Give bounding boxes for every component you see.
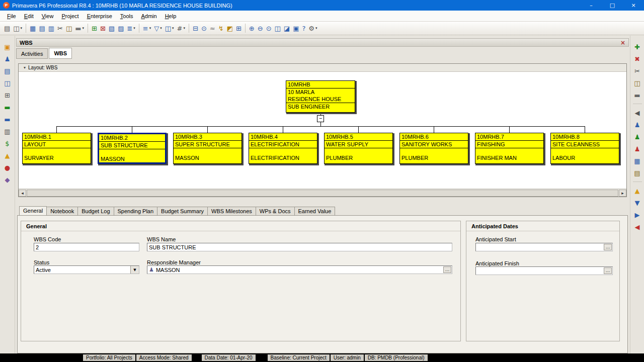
add-icon[interactable]: ✚: [632, 42, 642, 51]
activity-codes-icon[interactable]: ▦: [632, 156, 642, 165]
notebook-icon[interactable]: ▤: [632, 168, 642, 177]
scroll-thumb[interactable]: [27, 190, 618, 197]
wps-docs-icon[interactable]: ▥: [3, 127, 13, 136]
tab-earned-value[interactable]: Earned Value: [294, 207, 336, 216]
tab-wbs[interactable]: WBS: [49, 48, 72, 59]
schedule-icon[interactable]: ↯: [217, 23, 225, 34]
wbs-node[interactable]: 10MRHB.4 ELECTRIFICATION ELECTRIFICATION: [249, 133, 317, 164]
tracking-icon[interactable]: ◫: [3, 78, 13, 87]
issues-icon[interactable]: ●: [3, 163, 13, 172]
remove-resource-icon[interactable]: ♟: [632, 144, 642, 153]
columns-icon[interactable]: ◫▾: [164, 23, 175, 34]
assign-resource-icon[interactable]: ♟: [632, 132, 642, 141]
find-icon[interactable]: ⊙: [200, 23, 208, 34]
assignments-icon[interactable]: ▬: [3, 115, 13, 124]
minimize-button[interactable]: –: [581, 0, 602, 11]
wbs-icon[interactable]: ⊞: [3, 90, 13, 100]
tab-budget-summary[interactable]: Budget Summary: [157, 207, 208, 216]
menu-help[interactable]: Help: [161, 12, 181, 21]
activity-network-icon[interactable]: ▧: [108, 23, 116, 34]
copy-icon[interactable]: ◫: [65, 23, 73, 34]
resource-assign-icon[interactable]: ⊞: [235, 23, 243, 34]
open-layout-icon[interactable]: ▦: [29, 23, 37, 34]
wbs-node[interactable]: 10MRHB.1 LAYOUT SURVAYER: [22, 133, 91, 164]
print-icon[interactable]: ▤: [3, 23, 11, 34]
paste-icon[interactable]: ▬▾: [74, 23, 85, 34]
timescale-icon[interactable]: ◫: [274, 23, 282, 34]
close-button[interactable]: ×: [623, 0, 644, 11]
table-view-icon[interactable]: ▤: [38, 23, 46, 34]
zoom-in-icon[interactable]: ⊕: [248, 23, 256, 34]
copy-icon[interactable]: ◫: [632, 78, 642, 87]
status-dropdown[interactable]: Active ▼: [34, 265, 139, 274]
menu-tools[interactable]: Tools: [116, 12, 137, 21]
collapse-panel-icon[interactable]: ◀: [632, 108, 642, 117]
reports-icon[interactable]: ▤: [3, 66, 13, 75]
gantt-view-icon[interactable]: ▥: [47, 23, 55, 34]
trace-logic-icon[interactable]: ▨: [117, 23, 125, 34]
wbs-node[interactable]: 10MRHB.7 FINISHING FINISHER MAN: [475, 133, 544, 164]
resources-icon[interactable]: ♟: [632, 120, 642, 129]
wbs-name-input[interactable]: SUB STRUCTURE: [147, 243, 452, 251]
delete-icon[interactable]: ✖: [632, 54, 642, 63]
wbs-code-input[interactable]: 2: [34, 243, 139, 251]
browse-button[interactable]: …: [604, 267, 612, 274]
move-right-icon[interactable]: ▶: [632, 210, 642, 219]
cut-icon[interactable]: ✂: [632, 66, 642, 75]
print-preview-icon[interactable]: ◫▾: [12, 23, 23, 34]
projects-icon[interactable]: ▣: [3, 42, 13, 51]
move-up-icon[interactable]: ▲: [632, 186, 642, 195]
anticipated-start-input[interactable]: …: [475, 243, 613, 251]
menu-edit[interactable]: Edit: [20, 12, 38, 21]
add-icon[interactable]: ⊞: [91, 23, 98, 34]
details-icon[interactable]: ⊟: [192, 23, 199, 34]
panel-close-icon[interactable]: ×: [620, 39, 625, 46]
row-numbers-icon[interactable]: #▾: [176, 23, 186, 34]
horizontal-scrollbar[interactable]: ◂ ▸: [19, 189, 626, 197]
menu-view[interactable]: View: [38, 12, 58, 21]
wbs-node[interactable]: 10MRHB.3 SUPER STRUCTURE MASSON: [173, 133, 242, 164]
tab-budget-log[interactable]: Budget Log: [77, 207, 114, 216]
move-left-icon[interactable]: ◀: [632, 222, 642, 231]
delete-icon[interactable]: ⊠: [99, 23, 107, 34]
resource-usage-icon[interactable]: ≣▾: [126, 23, 136, 34]
maximize-button[interactable]: □: [602, 0, 623, 11]
move-down-icon[interactable]: ▼: [632, 198, 642, 207]
tab-general[interactable]: General: [19, 206, 47, 216]
settings-icon[interactable]: ⚙▾: [307, 23, 318, 34]
anticipated-finish-input[interactable]: …: [475, 266, 613, 275]
layout-bar[interactable]: ▾ Layout: WBS: [19, 64, 626, 72]
comments-icon[interactable]: ▣: [292, 23, 300, 34]
risks-icon[interactable]: ◆: [3, 175, 13, 184]
wbs-node[interactable]: 10MRHB.8 SITE CLEANNESS LABOUR: [550, 133, 619, 164]
collapse-button[interactable]: −: [317, 115, 324, 122]
split-screen-icon[interactable]: ◪: [283, 23, 291, 34]
thresholds-icon[interactable]: ▲: [3, 151, 13, 160]
paste-icon[interactable]: ▬: [632, 90, 642, 100]
zoom-fit-icon[interactable]: ⊙: [265, 23, 273, 34]
tab-wbs-milestones[interactable]: WBS Milestones: [207, 207, 256, 216]
tab-wps-docs[interactable]: WPs & Docs: [256, 207, 295, 216]
responsible-manager-field[interactable]: ♟ MASSON …: [147, 265, 452, 274]
menu-enterprise[interactable]: Enterprise: [83, 12, 116, 21]
dropdown-arrow-icon[interactable]: ▼: [130, 266, 139, 274]
filter-icon[interactable]: ▽▾: [153, 23, 163, 34]
scroll-right-icon[interactable]: ▸: [619, 190, 626, 197]
expenses-icon[interactable]: $: [3, 139, 13, 148]
scroll-left-icon[interactable]: ◂: [19, 190, 26, 197]
wbs-node[interactable]: 10MRHB.5 WATER SUPPLY PLUMBER: [324, 133, 393, 164]
tab-activities[interactable]: Activities: [16, 48, 48, 59]
zoom-out-icon[interactable]: ⊖: [257, 23, 264, 34]
cut-icon[interactable]: ✂: [56, 23, 64, 34]
progress-spotlight-icon[interactable]: ◩: [226, 23, 234, 34]
wbs-node-selected[interactable]: 10MRHB.2 SUB STRUCTURE MASSON: [98, 133, 167, 164]
wbs-node[interactable]: 10MRHB.6 SANITORY WORKS PLUMBER: [399, 133, 468, 164]
tab-spending-plan[interactable]: Spending Plan: [114, 207, 158, 216]
wbs-node-root[interactable]: 10MRHB 10 MARLA RESIDENCE HOUSE SUB ENGI…: [286, 80, 355, 113]
menu-file[interactable]: File: [3, 12, 20, 21]
browse-button[interactable]: …: [604, 244, 612, 250]
relationship-lines-icon[interactable]: ≈: [209, 23, 216, 34]
resources-icon[interactable]: ♟: [3, 54, 13, 63]
tab-notebook[interactable]: Notebook: [46, 207, 78, 216]
menu-project[interactable]: Project: [57, 12, 83, 21]
